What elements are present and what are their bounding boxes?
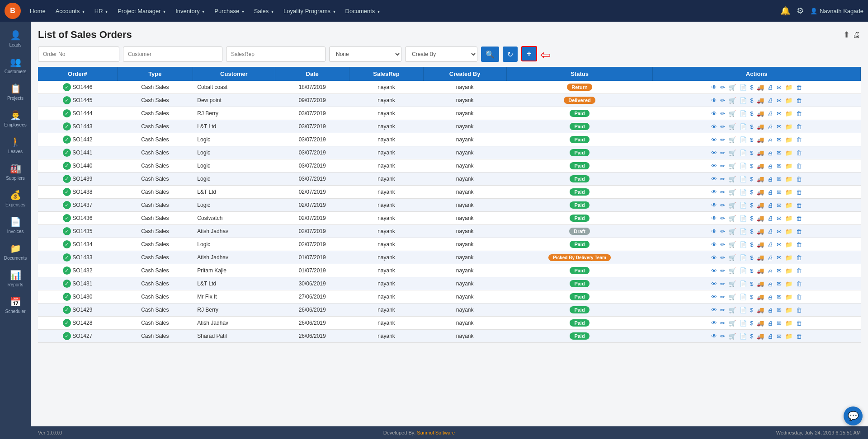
chat-bubble[interactable]: 💬 xyxy=(844,406,863,425)
doc-icon[interactable]: 📄 xyxy=(740,267,747,274)
view-icon[interactable]: 👁 xyxy=(711,202,717,209)
edit-icon[interactable]: ✏ xyxy=(720,215,726,222)
print-icon[interactable]: 🖨 xyxy=(768,241,774,248)
delivery-icon[interactable]: 🚚 xyxy=(757,202,764,209)
delete-icon[interactable]: 🗑 xyxy=(796,176,802,182)
doc-icon[interactable]: 📄 xyxy=(740,149,747,156)
doc-icon[interactable]: 📄 xyxy=(740,189,747,196)
edit-icon[interactable]: ✏ xyxy=(720,97,726,104)
dollar-icon[interactable]: $ xyxy=(750,307,754,313)
edit-icon[interactable]: ✏ xyxy=(720,149,726,156)
dollar-icon[interactable]: $ xyxy=(750,241,754,248)
email-icon[interactable]: ✉ xyxy=(777,136,782,143)
doc-icon[interactable]: 📄 xyxy=(740,136,747,143)
cart-icon[interactable]: 🛒 xyxy=(729,149,736,156)
delivery-icon[interactable]: 🚚 xyxy=(757,136,764,143)
delete-icon[interactable]: 🗑 xyxy=(796,241,802,248)
email-icon[interactable]: ✉ xyxy=(777,267,782,274)
cart-icon[interactable]: 🛒 xyxy=(729,97,736,104)
edit-icon[interactable]: ✏ xyxy=(720,320,726,327)
sidebar-item-suppliers[interactable]: 🏭 Suppliers xyxy=(0,159,31,185)
folder-icon[interactable]: 📁 xyxy=(785,241,793,248)
view-icon[interactable]: 👁 xyxy=(711,149,717,156)
cart-icon[interactable]: 🛒 xyxy=(729,254,736,261)
cart-icon[interactable]: 🛒 xyxy=(729,228,736,235)
delete-icon[interactable]: 🗑 xyxy=(796,202,802,209)
dollar-icon[interactable]: $ xyxy=(750,123,754,130)
dollar-icon[interactable]: $ xyxy=(750,84,754,91)
doc-icon[interactable]: 📄 xyxy=(740,202,747,209)
email-icon[interactable]: ✉ xyxy=(777,189,782,196)
delivery-icon[interactable]: 🚚 xyxy=(757,228,764,235)
print-icon[interactable]: 🖨 xyxy=(768,136,774,143)
edit-icon[interactable]: ✏ xyxy=(720,176,726,182)
dollar-icon[interactable]: $ xyxy=(750,267,754,274)
delete-icon[interactable]: 🗑 xyxy=(796,307,802,313)
dollar-icon[interactable]: $ xyxy=(750,163,754,169)
print-icon[interactable]: 🖨 xyxy=(768,149,774,156)
export-button[interactable]: ⬆ xyxy=(843,30,850,40)
delete-icon[interactable]: 🗑 xyxy=(796,123,802,130)
delete-icon[interactable]: 🗑 xyxy=(796,228,802,235)
email-icon[interactable]: ✉ xyxy=(777,254,782,261)
print-icon[interactable]: 🖨 xyxy=(768,189,774,196)
edit-icon[interactable]: ✏ xyxy=(720,84,726,91)
email-icon[interactable]: ✉ xyxy=(777,97,782,104)
none-select[interactable]: None xyxy=(329,47,401,62)
nav-inventory[interactable]: Inventory ▾ xyxy=(171,6,209,16)
delete-icon[interactable]: 🗑 xyxy=(796,110,802,117)
dollar-icon[interactable]: $ xyxy=(750,215,754,222)
folder-icon[interactable]: 📁 xyxy=(785,228,793,235)
edit-icon[interactable]: ✏ xyxy=(720,241,726,248)
doc-icon[interactable]: 📄 xyxy=(740,294,747,300)
print-icon[interactable]: 🖨 xyxy=(768,320,774,327)
email-icon[interactable]: ✉ xyxy=(777,320,782,327)
email-icon[interactable]: ✉ xyxy=(777,215,782,222)
edit-icon[interactable]: ✏ xyxy=(720,307,726,313)
search-button[interactable]: 🔍 xyxy=(481,47,499,62)
email-icon[interactable]: ✉ xyxy=(777,280,782,287)
delivery-icon[interactable]: 🚚 xyxy=(757,176,764,182)
folder-icon[interactable]: 📁 xyxy=(785,267,793,274)
folder-icon[interactable]: 📁 xyxy=(785,307,793,313)
nav-documents[interactable]: Documents ▾ xyxy=(341,6,384,16)
view-icon[interactable]: 👁 xyxy=(711,123,717,130)
print-button[interactable]: 🖨 xyxy=(853,30,861,40)
delete-icon[interactable]: 🗑 xyxy=(796,136,802,143)
dollar-icon[interactable]: $ xyxy=(750,228,754,235)
print-icon[interactable]: 🖨 xyxy=(768,123,774,130)
customer-input[interactable] xyxy=(123,47,222,62)
cart-icon[interactable]: 🛒 xyxy=(729,241,736,248)
dollar-icon[interactable]: $ xyxy=(750,280,754,287)
add-order-button[interactable]: + xyxy=(521,46,537,61)
edit-icon[interactable]: ✏ xyxy=(720,189,726,196)
delete-icon[interactable]: 🗑 xyxy=(796,280,802,287)
sidebar-item-invoices[interactable]: 📄 Invoices xyxy=(0,212,31,238)
edit-icon[interactable]: ✏ xyxy=(720,228,726,235)
folder-icon[interactable]: 📁 xyxy=(785,280,793,287)
delete-icon[interactable]: 🗑 xyxy=(796,149,802,156)
email-icon[interactable]: ✉ xyxy=(777,241,782,248)
dollar-icon[interactable]: $ xyxy=(750,254,754,261)
edit-icon[interactable]: ✏ xyxy=(720,123,726,130)
email-icon[interactable]: ✉ xyxy=(777,84,782,91)
edit-icon[interactable]: ✏ xyxy=(720,163,726,169)
edit-icon[interactable]: ✏ xyxy=(720,202,726,209)
print-icon[interactable]: 🖨 xyxy=(768,215,774,222)
delivery-icon[interactable]: 🚚 xyxy=(757,280,764,287)
delete-icon[interactable]: 🗑 xyxy=(796,267,802,274)
print-icon[interactable]: 🖨 xyxy=(768,202,774,209)
delivery-icon[interactable]: 🚚 xyxy=(757,123,764,130)
view-icon[interactable]: 👁 xyxy=(711,215,717,222)
sidebar-item-documents[interactable]: 📁 Documents xyxy=(0,238,31,265)
delivery-icon[interactable]: 🚚 xyxy=(757,149,764,156)
print-icon[interactable]: 🖨 xyxy=(768,228,774,235)
view-icon[interactable]: 👁 xyxy=(711,333,717,340)
folder-icon[interactable]: 📁 xyxy=(785,149,793,156)
create-by-select[interactable]: Create By xyxy=(405,47,477,62)
delivery-icon[interactable]: 🚚 xyxy=(757,307,764,313)
edit-icon[interactable]: ✏ xyxy=(720,110,726,117)
delivery-icon[interactable]: 🚚 xyxy=(757,163,764,169)
delivery-icon[interactable]: 🚚 xyxy=(757,333,764,340)
dollar-icon[interactable]: $ xyxy=(750,189,754,196)
